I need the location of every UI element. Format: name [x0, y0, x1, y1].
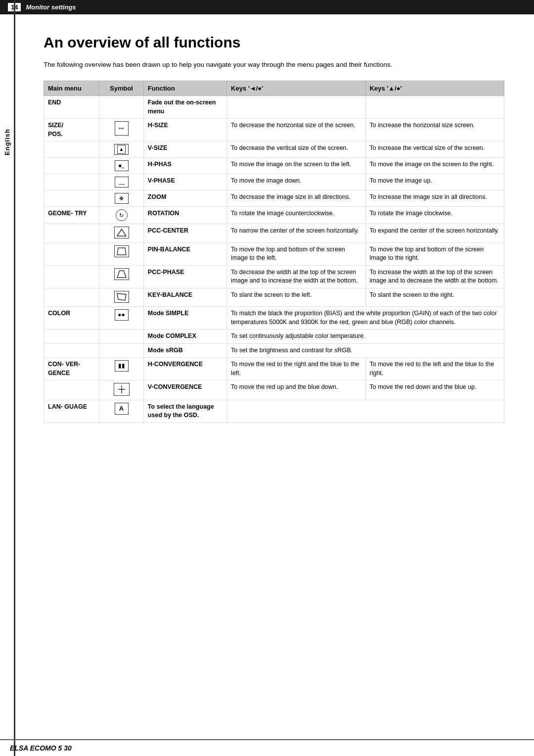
cell-function: PCC-CENTER: [143, 224, 226, 243]
table-row: ENDFade out the on-screen menu: [44, 96, 504, 119]
header-main-menu: Main menu: [44, 81, 99, 96]
svg-marker-2: [117, 271, 126, 278]
cell-main-menu: GEOME- TRY: [44, 207, 99, 224]
cell-keys1: To move the image on the screen to the l…: [227, 158, 365, 174]
cell-symbol: [99, 96, 144, 119]
cell-function: PIN-BALANCE: [143, 242, 226, 265]
cell-keys2: To increase the image size in all direct…: [365, 190, 504, 207]
cell-symbol: ✥: [99, 190, 144, 207]
table-row: LAN- GUAGEATo select the language used b…: [44, 400, 504, 423]
cell-main-menu: COLOR: [44, 307, 99, 330]
side-language-label: English: [0, 99, 14, 756]
cell-main-menu: CON- VER- GENCE: [44, 358, 99, 380]
cell-symbol: [99, 265, 144, 288]
cell-keys1: To set the brightness and contrast for s…: [227, 343, 504, 358]
header-function: Function: [143, 81, 226, 96]
cell-function: H-SIZE: [143, 119, 226, 142]
top-bar: 14 Monitor settings: [0, 0, 534, 14]
cell-symbol: ■⎯: [99, 158, 144, 174]
cell-function: Mode sRGB: [143, 343, 226, 358]
header-symbol: Symbol: [99, 81, 144, 96]
cell-keys2: To move the image on the screen to the r…: [365, 158, 504, 174]
table-row: PCC-PHASETo decrease the width at the to…: [44, 265, 504, 288]
cell-function: H-PHAS: [143, 158, 226, 174]
cell-function: Fade out the on-screen menu: [143, 96, 226, 119]
cell-keys2: To move the top and bottom of the screen…: [365, 242, 504, 265]
cell-main-menu: [44, 343, 99, 358]
cell-keys2: To expand the center of the screen horiz…: [365, 224, 504, 243]
cell-keys1: To move the red to the right and the blu…: [227, 358, 365, 380]
cell-keys2: To increase the vertical size of the scr…: [365, 142, 504, 158]
cell-main-menu: LAN- GUAGE: [44, 400, 99, 423]
cell-symbol: [99, 288, 144, 307]
cell-function: KEY-BALANCE: [143, 288, 226, 307]
intro-text: The following overview has been drawn up…: [44, 60, 504, 70]
cell-function: V-CONVERGENCE: [143, 380, 226, 400]
cell-symbol: [99, 343, 144, 358]
cell-main-menu: SIZE/POS.: [44, 119, 99, 142]
left-accent-line: [14, 0, 15, 756]
cell-function: V-SIZE: [143, 142, 226, 158]
cell-keys1: To move the top and bottom of the screen…: [227, 242, 365, 265]
table-row: ⎯⎯V-PHASETo move the image down.To move …: [44, 174, 504, 190]
cell-keys2: To move the image up.: [365, 174, 504, 190]
cell-keys2: To slant the screen to the right.: [365, 288, 504, 307]
cell-function: Mode SIMPLE: [143, 307, 226, 330]
main-content: An overview of all functions The followi…: [14, 14, 534, 443]
cell-keys2: To move the red down and the blue up.: [365, 380, 504, 400]
cell-keys1: To decrease the width at the top of the …: [227, 265, 365, 288]
cell-main-menu: END: [44, 96, 99, 119]
cell-main-menu: [44, 224, 99, 243]
table-row: ■⎯H-PHASTo move the image on the screen …: [44, 158, 504, 174]
table-row: PIN-BALANCETo move the top and bottom of…: [44, 242, 504, 265]
cell-keys1: To move the image down.: [227, 174, 365, 190]
cell-keys1: To narrow the center of the screen horiz…: [227, 224, 365, 243]
cell-function: Mode COMPLEX: [143, 330, 226, 344]
cell-keys1: To decrease the image size in all direct…: [227, 190, 365, 207]
table-row: KEY-BALANCETo slant the screen to the le…: [44, 288, 504, 307]
cell-keys2: To increase the width at the top of the …: [365, 265, 504, 288]
table-row: V-CONVERGENCETo move the red up and the …: [44, 380, 504, 400]
cell-keys1: [227, 96, 365, 119]
svg-marker-3: [117, 293, 126, 300]
cell-main-menu: [44, 242, 99, 265]
cell-main-menu: [44, 265, 99, 288]
cell-keys2: To rotate the image clockwise.: [365, 207, 504, 224]
cell-keys2: To increase the horizontal size screen.: [365, 119, 504, 142]
cell-symbol: [99, 330, 144, 344]
svg-marker-0: [117, 229, 126, 236]
table-row: COLOR●●Mode SIMPLETo match the black the…: [44, 307, 504, 330]
cell-function: H-CONVERGENCE: [143, 358, 226, 380]
table-row: ▲V-SIZETo decrease the vertical size of …: [44, 142, 504, 158]
cell-symbol: ↔: [99, 119, 144, 142]
cell-function: V-PHASE: [143, 174, 226, 190]
table-row: GEOME- TRY↻ROTATIONTo rotate the image c…: [44, 207, 504, 224]
page-heading: An overview of all functions: [44, 34, 504, 51]
cell-main-menu: [44, 190, 99, 207]
cell-function: PCC-PHASE: [143, 265, 226, 288]
header-keys1: Keys '◄/●': [227, 81, 365, 96]
page-title: Monitor settings: [26, 3, 76, 11]
cell-symbol: ⎯⎯: [99, 174, 144, 190]
bottom-bar: ELSA ECOMO 5 30: [0, 739, 534, 756]
table-row: Mode COMPLEXTo set continuously adjustab…: [44, 330, 504, 344]
table-row: ✥ZOOMTo decrease the image size in all d…: [44, 190, 504, 207]
product-name: ELSA ECOMO 5 30: [10, 744, 72, 752]
table-row: SIZE/POS.↔H-SIZETo decrease the horizont…: [44, 119, 504, 142]
table-row: CON- VER- GENCE▮▮H-CONVERGENCETo move th…: [44, 358, 504, 380]
cell-main-menu: [44, 380, 99, 400]
cell-symbol: ●●: [99, 307, 144, 330]
functions-table: Main menu Symbol Function Keys '◄/●' Key…: [44, 81, 504, 423]
table-row: PCC-CENTERTo narrow the center of the sc…: [44, 224, 504, 243]
cell-symbol: [99, 224, 144, 243]
cell-function: To select the language used by the OSD.: [143, 400, 226, 423]
cell-symbol: A: [99, 400, 144, 423]
cell-keys2: [365, 96, 504, 119]
cell-symbol: ↻: [99, 207, 144, 224]
cell-symbol: ▲: [99, 142, 144, 158]
cell-keys1: To match the black the proportion (BIAS)…: [227, 307, 504, 330]
cell-symbol: [99, 242, 144, 265]
cell-function: ROTATION: [143, 207, 226, 224]
cell-symbol: [99, 380, 144, 400]
svg-marker-1: [117, 248, 126, 255]
